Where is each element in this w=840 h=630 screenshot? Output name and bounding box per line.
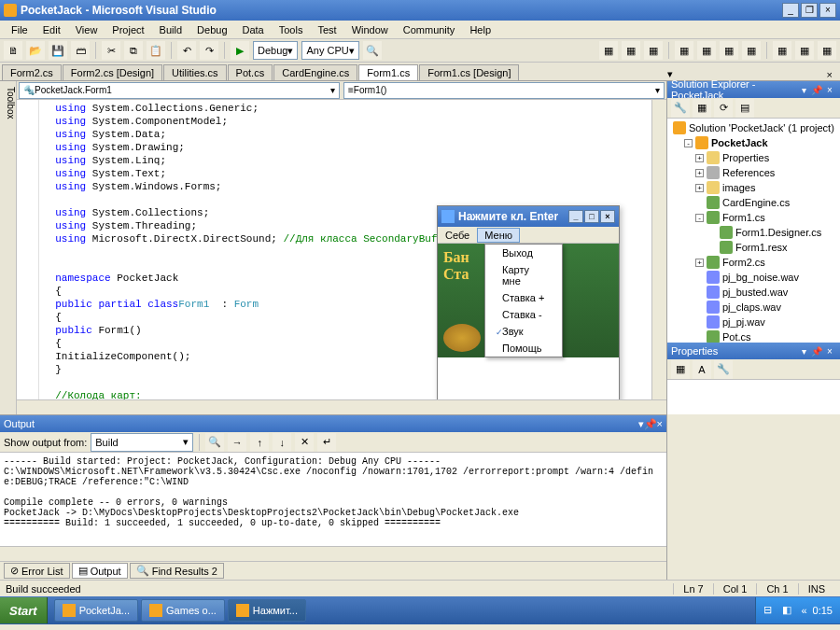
- toolbox-strip[interactable]: Toolbox: [0, 81, 17, 414]
- taskbar-button[interactable]: PocketJa...: [54, 599, 138, 622]
- tree-item[interactable]: +Form2.cs: [669, 255, 838, 270]
- show-all-icon[interactable]: ▦: [693, 99, 711, 118]
- toolbar-icon[interactable]: ▦: [795, 41, 814, 60]
- system-tray[interactable]: ⊟ ◧ « 0:15: [755, 597, 840, 623]
- platform-dropdown[interactable]: Any CPU ▾: [301, 41, 358, 60]
- tree-item[interactable]: CardEngine.cs: [669, 195, 838, 210]
- menu-view[interactable]: View: [68, 22, 105, 37]
- menu-tools[interactable]: Tools: [272, 22, 311, 37]
- panel-close-icon[interactable]: ×: [823, 346, 836, 357]
- tray-icon[interactable]: ◧: [782, 604, 795, 617]
- refresh-icon[interactable]: ⟳: [714, 99, 733, 118]
- save-icon[interactable]: 💾: [49, 41, 67, 60]
- tree-item[interactable]: pj_bg_noise.wav: [669, 270, 838, 285]
- bottom-tab[interactable]: ⊘Error List: [4, 563, 70, 579]
- open-icon[interactable]: 📂: [26, 41, 45, 60]
- panel-pin-icon[interactable]: 📌: [810, 346, 823, 357]
- project-node[interactable]: -PocketJack: [669, 135, 838, 150]
- output-scrollbar[interactable]: [0, 546, 666, 561]
- toolbar-icon[interactable]: ▦: [818, 41, 836, 60]
- toolbar-icon[interactable]: ▦: [599, 41, 618, 60]
- file-tab[interactable]: Form1.cs [Design]: [419, 64, 519, 80]
- preview-menu-item[interactable]: Меню: [477, 228, 520, 243]
- toolbar-icon[interactable]: ▦: [644, 41, 663, 60]
- tree-item[interactable]: +References: [669, 165, 838, 180]
- preview-close-button[interactable]: ×: [600, 210, 615, 223]
- toolbar-icon[interactable]: ▦: [675, 41, 693, 60]
- output-text[interactable]: ------ Build started: Project: PocketJac…: [0, 453, 666, 546]
- output-source-dropdown[interactable]: Build▾: [91, 433, 193, 452]
- preview-dropdown-item[interactable]: Выход: [485, 245, 562, 261]
- solution-root[interactable]: Solution 'PocketJack' (1 project): [669, 120, 838, 135]
- categorized-icon[interactable]: ▦: [671, 360, 690, 379]
- tree-item[interactable]: Form1.resx: [669, 240, 838, 255]
- output-next-icon[interactable]: ↓: [273, 433, 291, 452]
- menu-file[interactable]: File: [4, 22, 35, 37]
- toolbar-icon[interactable]: ▦: [742, 41, 761, 60]
- preview-menu-item[interactable]: Себе: [438, 228, 477, 243]
- cut-icon[interactable]: ✂: [102, 41, 120, 60]
- minimize-button[interactable]: _: [782, 3, 799, 18]
- member-dropdown[interactable]: ≡ Form1()▾: [343, 82, 665, 99]
- tree-item[interactable]: +images: [669, 180, 838, 195]
- menu-window[interactable]: Window: [344, 22, 396, 37]
- menu-help[interactable]: Help: [462, 22, 498, 37]
- restore-button[interactable]: ❐: [801, 3, 818, 18]
- tree-item[interactable]: pj_pj.wav: [669, 315, 838, 329]
- file-tab[interactable]: Form2.cs: [2, 64, 62, 80]
- find-icon[interactable]: 🔍: [363, 41, 382, 60]
- toolbar-icon[interactable]: ▦: [622, 41, 640, 60]
- alphabetical-icon[interactable]: A: [693, 360, 711, 379]
- menu-edit[interactable]: Edit: [35, 22, 68, 37]
- file-tab[interactable]: Pot.cs: [228, 64, 273, 80]
- preview-minimize-button[interactable]: _: [568, 210, 583, 223]
- panel-dropdown-icon[interactable]: ▾: [797, 85, 810, 95]
- output-prev-icon[interactable]: ↑: [250, 433, 269, 452]
- tree-item[interactable]: Form1.Designer.cs: [669, 225, 838, 240]
- properties-icon[interactable]: 🔧: [671, 99, 690, 118]
- output-find-icon[interactable]: 🔍: [205, 433, 224, 452]
- tab-close-icon[interactable]: ×: [821, 69, 838, 80]
- redo-icon[interactable]: ↷: [200, 41, 218, 60]
- file-tab[interactable]: CardEngine.cs: [273, 64, 357, 80]
- start-debug-icon[interactable]: ▶: [231, 41, 249, 60]
- tree-item[interactable]: Pot.cs: [669, 329, 838, 343]
- undo-icon[interactable]: ↶: [177, 41, 196, 60]
- solution-tree[interactable]: Solution 'PocketJack' (1 project)-Pocket…: [667, 119, 840, 343]
- menu-debug[interactable]: Debug: [189, 22, 234, 37]
- file-tab[interactable]: Form2.cs [Design]: [63, 64, 162, 80]
- panel-pin-icon[interactable]: 📌: [810, 85, 823, 95]
- file-tab[interactable]: Form1.cs: [358, 64, 418, 80]
- panel-close-icon[interactable]: ×: [823, 85, 836, 95]
- close-button[interactable]: ×: [819, 3, 836, 18]
- copy-icon[interactable]: ⧉: [124, 41, 143, 60]
- scrollbar-vertical[interactable]: [651, 100, 666, 399]
- start-button[interactable]: Start: [0, 597, 48, 623]
- tray-lang[interactable]: «: [801, 605, 806, 616]
- paste-icon[interactable]: 📋: [147, 41, 165, 60]
- properties-icon[interactable]: 🔧: [714, 360, 733, 379]
- toolbar-icon[interactable]: ▦: [720, 41, 738, 60]
- tray-icon[interactable]: ⊟: [763, 604, 777, 617]
- tree-item[interactable]: -Form1.cs: [669, 210, 838, 225]
- panel-pin-icon[interactable]: 📌: [644, 418, 657, 430]
- file-tab[interactable]: Utilities.cs: [163, 64, 227, 80]
- output-clear-icon[interactable]: ✕: [295, 433, 314, 452]
- panel-dropdown-icon[interactable]: ▾: [797, 346, 810, 357]
- menu-data[interactable]: Data: [235, 22, 272, 37]
- preview-dropdown-item[interactable]: Карту мне: [485, 261, 562, 289]
- taskbar-button[interactable]: Games o...: [141, 599, 225, 622]
- preview-maximize-button[interactable]: □: [584, 210, 599, 223]
- preview-dropdown-item[interactable]: Ставка +: [485, 289, 562, 306]
- tree-item[interactable]: pj_busted.wav: [669, 285, 838, 300]
- bottom-tab[interactable]: ▤Output: [72, 563, 128, 579]
- config-dropdown[interactable]: Debug ▾: [253, 41, 298, 60]
- toolbar-icon[interactable]: ▦: [697, 41, 716, 60]
- preview-dropdown-item[interactable]: Помощь: [485, 340, 562, 357]
- toolbar-icon[interactable]: ▦: [773, 41, 791, 60]
- taskbar-button[interactable]: Нажмит...: [228, 599, 306, 622]
- output-goto-icon[interactable]: →: [228, 433, 246, 452]
- class-dropdown[interactable]: 🔩 PocketJack.Form1▾: [19, 82, 340, 99]
- save-all-icon[interactable]: 🗃: [71, 41, 90, 60]
- menu-community[interactable]: Community: [396, 22, 463, 37]
